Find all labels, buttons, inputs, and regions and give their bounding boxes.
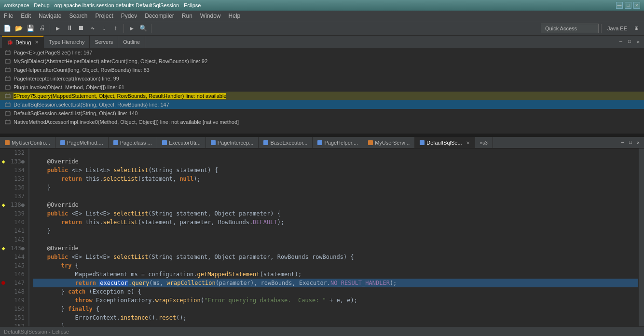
svg-rect-18 (5, 103, 10, 107)
svg-rect-15 (5, 94, 10, 98)
stack-row[interactable]: MySqlDialect(AbstractHelperDialect).afte… (0, 57, 644, 66)
stack-row[interactable]: PageInterceptor.intercept(Invocation) li… (0, 74, 644, 83)
title-bar: workspace - Debug - org.apache.ibatis.se… (0, 0, 644, 11)
run-button[interactable]: ▶️ (126, 23, 137, 34)
code-text[interactable]: @Override public <E> List<E> selectList(… (29, 148, 638, 326)
window-controls: — □ ✕ (616, 2, 640, 9)
tab-servers[interactable]: Servers (90, 36, 118, 48)
perspective-java-ee[interactable]: Java EE (604, 23, 630, 34)
close-button[interactable]: ✕ (633, 2, 640, 9)
stack-row[interactable]: Plugin.invoke(Object, Method, Object[]) … (0, 83, 644, 92)
tab-baseexecutor[interactable]: BaseExecutor... (259, 137, 313, 148)
java-file-icon (162, 140, 167, 145)
stack-row[interactable]: DefaultSqlSession.selectList(String, Obj… (0, 109, 644, 118)
tab-label: Page.class ... (120, 140, 152, 146)
status-bar: DefaultSqlSession - Eclipse (0, 326, 644, 336)
tab-debug-close[interactable]: ✕ (35, 40, 39, 45)
save-button[interactable]: 💾 (25, 23, 36, 34)
code-line-148: } catch (Exception e) { (33, 287, 638, 296)
close-view-button[interactable]: ✕ (634, 38, 642, 46)
menu-run[interactable]: Run (178, 11, 196, 21)
tab-executoruti[interactable]: ExecutorUti... (157, 137, 206, 148)
tab-pagehelper[interactable]: PageHelper.... (313, 137, 363, 148)
tab-pageintercep[interactable]: PageIntercep... (206, 137, 259, 148)
tab-outline[interactable]: Outline (118, 36, 145, 48)
editor-maximize-button[interactable]: □ (627, 139, 634, 147)
step-over-button[interactable]: ↷ (87, 23, 98, 34)
debug-icon: 🐞 (7, 39, 14, 45)
code-line-143: @Override (33, 244, 638, 253)
svg-rect-9 (5, 77, 10, 81)
menu-bar: File Edit Navigate Search Project Pydev … (0, 11, 644, 21)
tab-pagemethod[interactable]: PageMethod.... (55, 137, 109, 148)
tab-pageclass[interactable]: Page.class ... (109, 137, 157, 148)
tab-defaultsqlse[interactable]: DefaultSqlSe... ✕ (415, 137, 475, 148)
tab-label: PageHelper.... (324, 140, 358, 146)
java-file-icon (420, 140, 425, 145)
java-file-icon (317, 140, 322, 145)
menu-project[interactable]: Project (91, 11, 117, 21)
stack-row[interactable]: PageHelper.afterCount(long, Object, RowB… (0, 66, 644, 74)
tab-close[interactable]: ✕ (466, 140, 470, 146)
search-button[interactable]: 🔍 (138, 23, 149, 34)
svg-rect-24 (5, 121, 10, 124)
stack-row[interactable]: NativeMethodAccessorImpl.invoke0(Method,… (0, 118, 644, 126)
maximize-button[interactable]: □ (625, 2, 631, 9)
tab-label: PageIntercep... (218, 140, 254, 146)
step-into-button[interactable]: ↓ (99, 23, 110, 34)
step-return-button[interactable]: ↑ (110, 23, 121, 34)
menu-navigate[interactable]: Navigate (35, 11, 65, 21)
open-button[interactable]: 📂 (14, 23, 24, 34)
menu-edit[interactable]: Edit (17, 11, 35, 21)
quick-access-box[interactable]: Quick Access (541, 24, 599, 33)
editor-minimize-button[interactable]: — (619, 139, 627, 147)
minimize-button[interactable]: — (616, 2, 623, 9)
stack-frame-icon (4, 75, 12, 82)
minimize-view-button[interactable]: — (617, 38, 625, 46)
line-numbers: 132 133● 134 135 136 137 138● 139 140 14… (7, 148, 29, 326)
menu-decompiler[interactable]: Decompiler (141, 11, 178, 21)
tab-label: MyUserServi... (375, 140, 410, 146)
tab-debug[interactable]: 🐞 Debug ✕ (2, 36, 44, 48)
tab-overflow[interactable]: »s3 (475, 137, 493, 148)
menu-file[interactable]: File (0, 11, 17, 21)
svg-rect-12 (5, 86, 10, 89)
print-button[interactable]: 🖨 (37, 23, 47, 34)
debug-view-tabs: 🐞 Debug ✕ Type Hierarchy Servers Outline… (0, 36, 644, 48)
perspective-icon[interactable]: ⊞ (631, 23, 642, 34)
stack-frame-icon (4, 57, 12, 65)
debug-button[interactable]: ▶ (53, 23, 63, 34)
stop-button[interactable]: ⏹ (76, 23, 86, 34)
quick-access-label: Quick Access (545, 26, 577, 31)
overflow-label: »s3 (480, 140, 488, 146)
stack-row-selected[interactable]: DefaultSqlSession.selectList(String, Obj… (0, 100, 644, 109)
code-line-136: } (33, 183, 638, 192)
stack-frame-icon (4, 83, 12, 91)
code-line-140: return this.selectList(statement, parame… (33, 218, 638, 227)
code-line-139: public <E> List<E> selectList(String sta… (33, 209, 638, 218)
menu-help[interactable]: Help (225, 11, 245, 21)
tab-type-hierarchy-label: Type Hierarchy (49, 39, 84, 45)
code-line-137 (33, 192, 638, 201)
title-text: workspace - Debug - org.apache.ibatis.se… (4, 2, 201, 8)
stack-frame-icon (4, 109, 12, 117)
new-button[interactable]: 📄 (2, 23, 13, 34)
vertical-scrollbar[interactable] (638, 148, 644, 326)
menu-search[interactable]: Search (65, 11, 91, 21)
code-line-145: try { (33, 261, 638, 270)
maximize-view-button[interactable]: □ (626, 38, 633, 46)
pause-button[interactable]: ⏸ (64, 23, 75, 34)
stack-row[interactable]: Page<E>.getPageSize() line: 167 (0, 48, 644, 57)
menu-window[interactable]: Window (196, 11, 225, 21)
stack-trace-panel[interactable]: Page<E>.getPageSize() line: 167 MySqlDia… (0, 48, 644, 135)
svg-rect-0 (5, 51, 10, 54)
menu-pydev[interactable]: Pydev (117, 11, 141, 21)
tab-label: DefaultSqlSe... (426, 140, 462, 146)
editor-close-button[interactable]: ✕ (634, 139, 642, 147)
tab-myuserservi[interactable]: MyUserServi... (363, 137, 415, 148)
code-line-149: throw ExceptionFactory.wrapException("Er… (33, 296, 638, 305)
breakpoint-gutter: ◆ ◆ ◆ ● (0, 148, 7, 326)
tab-type-hierarchy[interactable]: Type Hierarchy (44, 36, 90, 48)
stack-row-highlighted[interactable]: $Proxy75.query(MappedStatement, Object, … (0, 92, 644, 100)
tab-myusercontro[interactable]: MyUserContro... (0, 137, 55, 148)
